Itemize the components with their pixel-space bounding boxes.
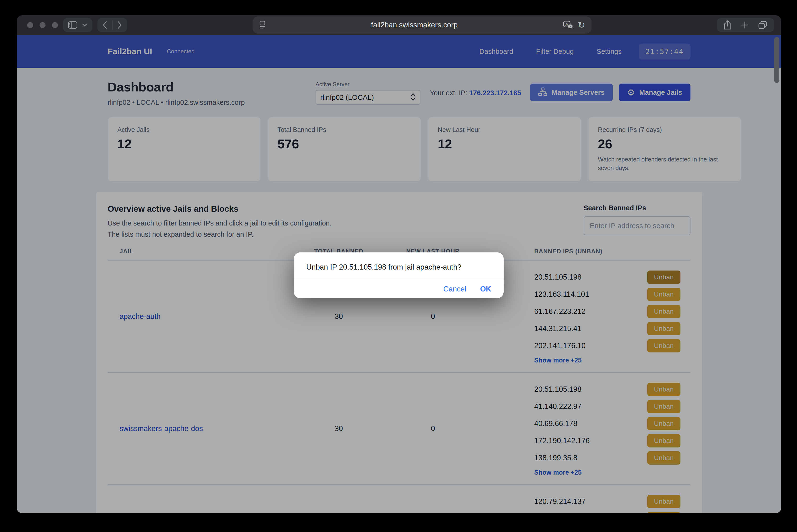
translate-icon: A x [563,20,573,30]
dialog-message: Unban IP 20.51.105.198 from jail apache-… [294,252,504,271]
safari-window: fail2ban.swissmakers.corp A x ↻ [17,15,781,513]
svg-text:x: x [569,25,571,28]
browser-toolbar: fail2ban.swissmakers.corp A x ↻ [17,15,781,35]
url-field[interactable]: fail2ban.swissmakers.corp A x ↻ [253,16,592,34]
cancel-button[interactable]: Cancel [443,285,467,293]
tabs-icon [758,20,767,30]
translate-button[interactable]: A x [563,20,573,30]
page-viewport: Fail2ban UI Connected DashboardFilter De… [17,35,781,513]
back-button[interactable] [102,21,108,29]
toolbar-right-group [717,18,774,32]
share-icon [724,20,732,30]
close-window-button[interactable] [27,22,33,28]
tab-overview-button[interactable] [758,20,767,30]
tab-group-chevron-button[interactable] [82,23,88,27]
new-tab-button[interactable] [741,21,749,29]
chevron-right-icon [117,21,122,29]
chevron-left-icon [102,21,108,29]
forward-button[interactable] [117,21,122,29]
sidebar-group [63,18,92,32]
svg-text:A: A [565,22,568,27]
nav-buttons [97,18,127,32]
zoom-window-button[interactable] [52,22,58,28]
chevron-down-icon [82,23,88,27]
unban-confirm-dialog: Unban IP 20.51.105.198 from jail apache-… [294,252,504,298]
sidebar-icon [68,21,77,29]
scrollbar-thumb[interactable] [774,37,779,83]
page-format-icon[interactable] [259,20,266,30]
traffic-lights [27,22,58,28]
plus-icon [741,21,749,29]
reload-button[interactable]: ↻ [578,20,585,30]
url-text: fail2ban.swissmakers.corp [266,21,563,29]
reload-icon: ↻ [578,20,585,30]
minimize-window-button[interactable] [40,22,46,28]
divider [112,20,113,30]
sidebar-toggle-button[interactable] [68,21,77,29]
share-button[interactable] [724,20,732,30]
ok-button[interactable]: OK [480,285,491,293]
